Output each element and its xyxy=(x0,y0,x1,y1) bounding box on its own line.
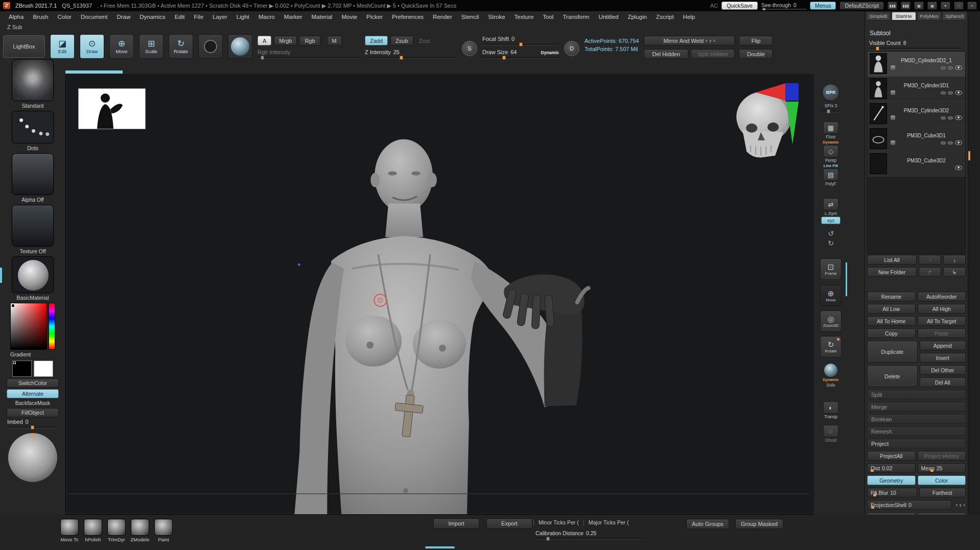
material-preview-sphere[interactable] xyxy=(8,433,57,482)
bottom-scrollbar-handle[interactable] xyxy=(425,546,455,548)
menu-layer[interactable]: Layer xyxy=(208,11,232,22)
split-hidden-button[interactable]: Split Hidden xyxy=(691,49,735,59)
subtool-item[interactable]: PM3D_Cylinder3D2_1 xyxy=(868,52,965,77)
farthest-button[interactable]: Farthest xyxy=(919,488,966,497)
z-intensity-slider[interactable]: Z Intensity25 xyxy=(365,49,457,59)
toggle-icon[interactable] xyxy=(941,116,946,119)
eye-icon[interactable] xyxy=(955,90,962,95)
current-texture-thumbnail[interactable] xyxy=(12,205,54,247)
current-stroke-button[interactable] xyxy=(198,34,223,59)
menu-stroke[interactable]: Stroke xyxy=(483,11,509,22)
polypaint-icon[interactable] xyxy=(891,90,895,95)
import-button[interactable]: Import xyxy=(433,518,479,529)
zoom3d-button[interactable]: ◎Zoom3D xyxy=(818,310,844,332)
current-material-button[interactable] xyxy=(228,34,252,59)
calibration-distance-slider[interactable]: Calibration Distance0.25 xyxy=(535,530,643,540)
mean-slider[interactable]: Mean25 xyxy=(918,463,966,473)
palette-config-icon[interactable]: ▣ xyxy=(914,2,924,10)
project-all-button[interactable]: ProjectAll xyxy=(867,451,916,461)
see-through-slider[interactable]: See-through0 xyxy=(761,2,806,10)
close-icon[interactable]: × xyxy=(967,2,977,10)
group-masked-button[interactable]: Group Masked xyxy=(735,519,783,529)
color-button[interactable]: Color xyxy=(918,475,966,485)
draw-d-badge[interactable]: D xyxy=(564,41,579,56)
menu-picker[interactable]: Picker xyxy=(362,11,387,22)
menu-edit[interactable]: Edit xyxy=(170,11,190,22)
redo-icon[interactable]: ↻ xyxy=(826,238,835,248)
geometry-button[interactable]: Geometry xyxy=(867,475,916,485)
rgb-intensity-slider[interactable]: Rgb Intensity xyxy=(258,49,360,59)
section-project[interactable]: Project xyxy=(867,439,966,448)
current-brush-thumbnail[interactable] xyxy=(12,59,54,101)
del-hidden-button[interactable]: Del Hidden xyxy=(644,49,688,59)
toggle-icon[interactable] xyxy=(941,66,946,69)
menu-zplugin[interactable]: Zplugin xyxy=(623,11,651,22)
menu-light[interactable]: Light xyxy=(232,11,254,22)
rotate-tool-button[interactable]: ↻Rotate xyxy=(818,336,844,357)
folder-down-icon[interactable]: ↳ xyxy=(943,267,966,277)
floor-button[interactable]: ▦ Floor xyxy=(818,122,844,139)
mirror-and-weld-button[interactable]: Mirror And Weldx y z xyxy=(644,36,735,45)
eye-icon[interactable] xyxy=(955,115,962,120)
section-remesh[interactable]: Remesh xyxy=(867,426,966,436)
zcut-button[interactable]: Zcut xyxy=(416,38,433,44)
delete-button[interactable]: Delete xyxy=(867,365,918,387)
menu-marker[interactable]: Marker xyxy=(279,11,307,22)
hue-strip[interactable] xyxy=(49,303,55,350)
dist-slider[interactable]: Dist0.02 xyxy=(867,463,916,473)
solo-button[interactable]: Dynamic Solo xyxy=(818,364,844,388)
gradient-toggle[interactable]: Gradient xyxy=(10,351,55,358)
all-low-button[interactable]: All Low xyxy=(867,304,916,314)
menu-brush[interactable]: Brush xyxy=(28,11,53,22)
projection-shell-slider[interactable]: ProjectionShell0 xyxy=(867,500,952,510)
alpha-a-button[interactable]: A xyxy=(258,36,271,45)
toggle-icon[interactable] xyxy=(948,66,953,69)
duplicate-button[interactable]: Duplicate xyxy=(867,341,918,363)
menu-untitled[interactable]: Untitled xyxy=(594,11,623,22)
all-high-button[interactable]: All High xyxy=(918,304,966,314)
subtool-item[interactable]: PM3D_Cube3D1 xyxy=(868,127,965,152)
current-material-thumbnail[interactable] xyxy=(12,256,54,293)
tool-strip-scrollbar[interactable] xyxy=(846,262,847,296)
toggle-icon[interactable] xyxy=(941,91,946,94)
menu-material[interactable]: Material xyxy=(307,11,337,22)
mrgb-button[interactable]: Mrgb xyxy=(274,36,297,45)
local-symmetry-button[interactable]: ⇄ L.Sym xyxy=(818,198,844,216)
visible-count-slider[interactable]: Visible Count8 xyxy=(869,40,962,50)
menu-preferences[interactable]: Preferences xyxy=(387,11,428,22)
menus-toggle[interactable]: Menus xyxy=(810,2,836,10)
polypaint-icon[interactable] xyxy=(891,140,895,145)
eye-icon[interactable] xyxy=(955,140,962,145)
polypaint-icon[interactable] xyxy=(891,65,895,70)
polyframe-button[interactable]: Line Fill ▤ PolyF xyxy=(818,163,844,186)
menu-texture[interactable]: Texture xyxy=(510,11,539,22)
brush-slot[interactable]: ZModele xyxy=(130,519,150,542)
layout-left-icon[interactable]: ▮▮▮ xyxy=(888,2,897,10)
secondary-color-swatch[interactable] xyxy=(34,361,53,377)
new-folder-button[interactable]: New Folder xyxy=(867,267,917,277)
copy-button[interactable]: Copy xyxy=(867,328,916,338)
switch-color-button[interactable]: SwitchColor xyxy=(7,378,59,388)
brush-slot[interactable]: TrimDyr xyxy=(106,519,127,542)
all-to-target-button[interactable]: All To Target xyxy=(918,316,966,326)
append-button[interactable]: Append xyxy=(920,341,966,350)
autoreorder-button[interactable]: AutoReorder xyxy=(918,292,966,301)
tab-starthere[interactable]: StartHe xyxy=(892,12,916,20)
menu-dynamics[interactable]: Dynamics xyxy=(135,11,170,22)
toggle-icon[interactable] xyxy=(948,91,953,94)
section-merge[interactable]: Merge xyxy=(867,402,966,412)
menu-color[interactable]: Color xyxy=(53,11,76,22)
move-down-button[interactable]: ↓ xyxy=(943,255,966,265)
toggle-icon[interactable] xyxy=(948,141,953,145)
menu-macro[interactable]: Macro xyxy=(254,11,279,22)
tab-polymesh[interactable]: PolyMes xyxy=(917,12,942,20)
zadd-button[interactable]: Zadd xyxy=(365,36,388,45)
brush-slot[interactable]: hPolish xyxy=(83,519,103,542)
double-button[interactable]: Double xyxy=(739,49,773,59)
subtool-item[interactable]: PM3D_Cube3D2 xyxy=(868,152,965,177)
quicksave-button[interactable]: QuickSave xyxy=(721,2,758,10)
menu-help[interactable]: Help xyxy=(679,11,700,22)
spix-slider[interactable]: SPix 3 xyxy=(818,103,844,112)
draw-mode-button[interactable]: ⊙ Draw xyxy=(80,34,104,59)
document-preview-thumbnail[interactable] xyxy=(78,88,146,129)
